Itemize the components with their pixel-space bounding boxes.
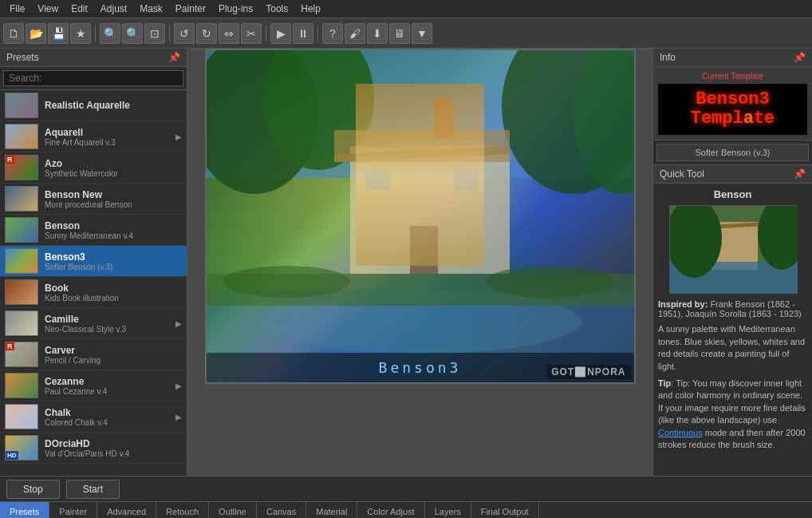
preset-arrow-${item.id}: ▶ — [175, 319, 182, 328]
preset-item-benson[interactable]: Benson Sunny Mediterranean v.4 — [0, 215, 187, 246]
info-pin-icon: 📌 — [794, 52, 806, 63]
preset-info-book: Book Kids Book illustration — [45, 283, 182, 302]
preset-desc-benson-new: More procedural Benson — [45, 200, 182, 209]
tab-advanced[interactable]: Advanced — [97, 502, 156, 518]
svg-rect-5 — [350, 146, 510, 274]
sep1 — [95, 25, 96, 42]
toolbar-flip[interactable]: ⇔ — [219, 23, 239, 44]
toolbar-zoom-fit[interactable]: ⊡ — [144, 23, 165, 44]
preset-thumb-book — [5, 279, 38, 305]
preset-desc-benson: Sunny Mediterranean v.4 — [45, 231, 182, 240]
stop-button[interactable]: Stop — [6, 480, 60, 499]
preset-thumb-realistic-aquarelle — [5, 93, 38, 118]
preset-name-camille: Camille — [45, 314, 175, 325]
preset-item-benson-new[interactable]: Benson New More procedural Benson — [0, 184, 187, 215]
preset-desc-cezanne: Paul Cezanne v.4 — [45, 387, 175, 396]
preset-arrow-${item.id}: ▶ — [175, 132, 182, 141]
toolbar: 🗋 📂 💾 ★ 🔍 🔍 ⊡ ↺ ↻ ⇔ ✂ ▶ ⏸ ? 🖌 ⬇ 🖥 ▼ — [0, 18, 812, 49]
menu-tools[interactable]: Tools — [259, 2, 294, 16]
preset-name-dorciaHD: DOrciaHD — [45, 438, 182, 449]
svg-rect-11 — [410, 226, 438, 274]
preset-arrow-${item.id}: ▶ — [175, 382, 182, 390]
quick-tool-pin-icon: 📌 — [794, 168, 806, 180]
toolbar-new[interactable]: 🗋 — [3, 23, 24, 44]
toolbar-zoom-out[interactable]: 🔍 — [100, 23, 120, 44]
presets-header: Presets 📌 — [0, 49, 187, 67]
tab-final-output[interactable]: Final Output — [471, 502, 539, 518]
menu-mask[interactable]: Mask — [133, 2, 169, 16]
preset-desc-azo: Synthetic Watercolor — [45, 169, 182, 178]
toolbar-rotate-left[interactable]: ↺ — [174, 23, 195, 44]
toolbar-star[interactable]: ★ — [70, 23, 91, 44]
preset-item-book[interactable]: Book Kids Book illustration — [0, 277, 187, 308]
tab-color-adjust[interactable]: Color Adjust — [357, 502, 424, 518]
svg-rect-7 — [334, 130, 510, 162]
tab-presets[interactable]: Presets — [0, 502, 49, 518]
preset-info-aquarell: Aquarell Fine Art Aquarell v.3 — [45, 127, 175, 147]
presets-pin-icon: 📌 — [168, 52, 180, 63]
tab-layers[interactable]: Layers — [425, 502, 471, 518]
menu-file[interactable]: File — [3, 2, 31, 16]
info-header: Info 📌 — [653, 49, 812, 67]
start-button[interactable]: Start — [66, 480, 120, 499]
presets-panel: Presets 📌 Realistic Aquarelle Aquarell F… — [0, 49, 187, 476]
tab-outline[interactable]: Outline — [209, 502, 257, 518]
menu-edit[interactable]: Edit — [65, 2, 94, 16]
qt-preset-name: Benson — [658, 188, 807, 200]
qt-description: A sunny palette with Mediterranean tones… — [658, 323, 807, 373]
menu-painter[interactable]: Painter — [169, 2, 212, 16]
preset-name-benson3: Benson3 — [45, 251, 182, 263]
toolbar-open[interactable]: 📂 — [26, 23, 46, 44]
toolbar-download[interactable]: ⬇ — [367, 23, 388, 44]
toolbar-expand[interactable]: ▼ — [412, 23, 432, 44]
toolbar-rotate-right[interactable]: ↻ — [196, 23, 217, 44]
presets-list: Realistic Aquarelle Aquarell Fine Art Aq… — [0, 90, 187, 476]
preset-desc-carver: Pencil / Carving — [45, 356, 182, 365]
menu-adjust[interactable]: Adjust — [94, 2, 133, 16]
preset-item-chalk[interactable]: Chalk Colored Chalk v.4 ▶ — [0, 401, 187, 433]
preset-item-cezanne[interactable]: Cezanne Paul Cezanne v.4 ▶ — [0, 370, 187, 401]
preset-item-azo[interactable]: R Azo Synthetic Watercolor — [0, 152, 187, 184]
template-name-text: Benson3Template — [691, 90, 775, 129]
preset-thumb-chalk — [5, 404, 38, 429]
preset-info-cezanne: Cezanne Paul Cezanne v.4 — [45, 376, 175, 396]
menu-plugins[interactable]: Plug-ins — [212, 2, 259, 16]
tab-painter[interactable]: Painter — [49, 502, 97, 518]
svg-point-15 — [223, 266, 350, 298]
menu-help[interactable]: Help — [294, 2, 327, 16]
toolbar-brush[interactable]: 🖌 — [345, 23, 365, 44]
info-title: Info — [660, 52, 676, 63]
template-display: Benson3Template — [658, 84, 807, 135]
preset-item-dorciaHD[interactable]: HD DOrciaHD Val d'Orcia/Paris HD v.4 — [0, 433, 187, 464]
preset-item-benson3[interactable]: Benson3 Softer Benson (v.3) — [0, 246, 187, 277]
preset-name-chalk: Chalk — [45, 407, 175, 418]
preset-thumb-benson-new — [5, 186, 38, 212]
preset-item-camille[interactable]: Camille Neo-Classical Style v.3 ▶ — [0, 308, 187, 339]
preset-name-carver: Carver — [45, 345, 182, 356]
preset-item-aquarell[interactable]: Aquarell Fine Art Aquarell v.3 ▶ — [0, 121, 187, 152]
tab-material[interactable]: Material — [306, 502, 357, 518]
toolbar-zoom-in[interactable]: 🔍 — [122, 23, 143, 44]
preset-item-carver[interactable]: R Carver Pencil / Carving — [0, 339, 187, 370]
menu-view[interactable]: View — [31, 2, 65, 16]
tab-canvas[interactable]: Canvas — [257, 502, 306, 518]
preset-info-camille: Camille Neo-Classical Style v.3 — [45, 314, 175, 334]
toolbar-pause[interactable]: ⏸ — [293, 23, 313, 44]
toolbar-monitor[interactable]: 🖥 — [389, 23, 410, 44]
continuous-link[interactable]: Continuous — [658, 428, 703, 437]
canvas-area: Benson3 GOT⬜NPORA — [187, 49, 652, 476]
preset-name-aquarell: Aquarell — [45, 127, 175, 138]
watermark: GOT⬜NPORA — [546, 365, 630, 379]
preset-thumb-cezanne — [5, 373, 38, 398]
preset-info-benson: Benson Sunny Mediterranean v.4 — [45, 220, 182, 240]
preset-item-realistic-aquarelle[interactable]: Realistic Aquarelle — [0, 90, 187, 121]
softer-label: Softer Benson (v.3) — [656, 144, 809, 161]
toolbar-help[interactable]: ? — [322, 23, 343, 44]
toolbar-save[interactable]: 💾 — [48, 23, 69, 44]
search-input[interactable] — [3, 70, 183, 86]
toolbar-play[interactable]: ▶ — [270, 23, 291, 44]
toolbar-crop[interactable]: ✂ — [241, 23, 262, 44]
tab-retouch[interactable]: Retouch — [156, 502, 209, 518]
svg-rect-9 — [366, 170, 390, 190]
svg-marker-6 — [334, 146, 510, 162]
